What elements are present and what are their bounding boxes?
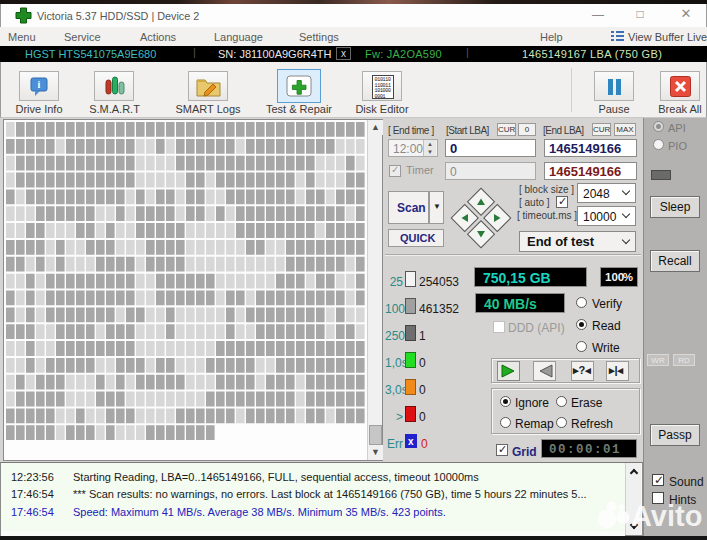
svg-text:0001: 0001 [375,94,386,100]
svg-text:Avito: Avito [631,500,702,532]
svg-text:i: i [38,79,41,90]
